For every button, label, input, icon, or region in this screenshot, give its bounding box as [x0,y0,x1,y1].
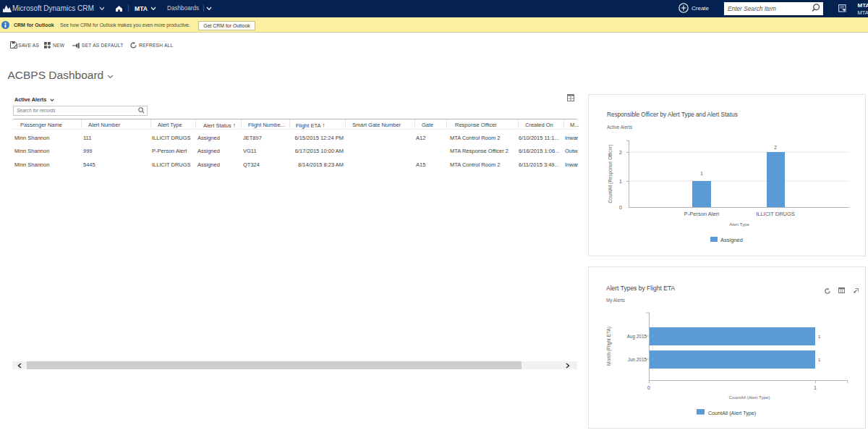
svg-text:Jun 2015: Jun 2015 [628,357,647,362]
svg-text:1: 1 [818,335,821,339]
svg-text:1: 1 [814,385,817,390]
svg-text:2: 2 [774,145,777,150]
svg-text:CountAll (Response Officer): CountAll (Response Officer) [608,145,613,203]
svg-text:Month (Flight ETA): Month (Flight ETA) [606,327,612,366]
svg-text:Assigned: Assigned [720,237,743,243]
svg-text:1: 1 [818,358,821,362]
svg-text:2: 2 [619,150,622,155]
svg-text:CountAll (Alert Type): CountAll (Alert Type) [729,395,770,400]
svg-text:1: 1 [619,179,622,184]
svg-text:ILLICIT DRUGS: ILLICIT DRUGS [756,211,795,217]
svg-text:1: 1 [700,171,703,176]
svg-text:P-Person Alert: P-Person Alert [684,211,720,217]
svg-text:0: 0 [619,205,622,210]
svg-text:Aug 2015: Aug 2015 [627,334,647,340]
svg-text:0: 0 [647,385,650,390]
svg-text:Alert Type: Alert Type [729,222,749,227]
svg-text:CountAll (Alert Type): CountAll (Alert Type) [708,410,756,416]
